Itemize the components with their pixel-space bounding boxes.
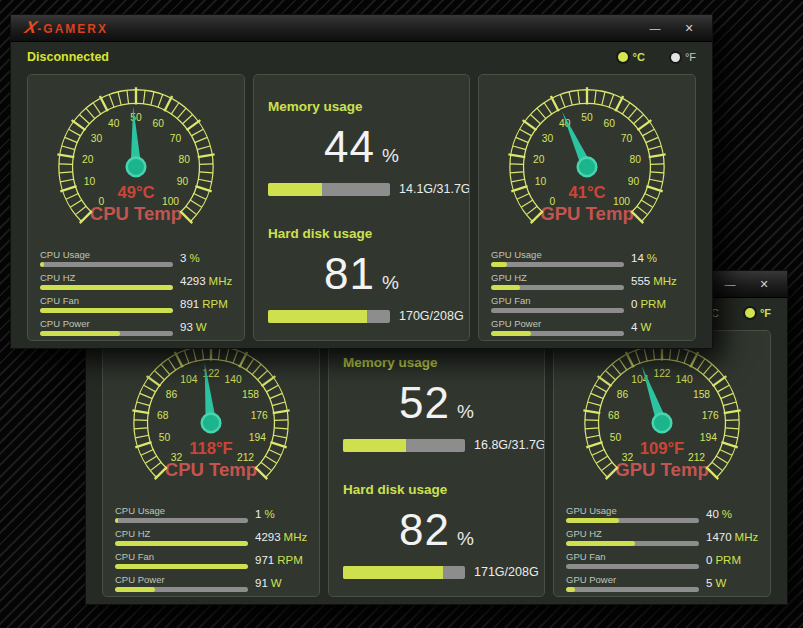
stat-value: 5	[706, 577, 712, 589]
gpu-stats: GPU Usage 40% GPU HZ 1470MHz GPU Fan 0PR…	[554, 501, 770, 595]
minimize-button[interactable]: —	[642, 16, 668, 40]
memory-bar-fill	[343, 439, 406, 452]
stat-value: 1470	[706, 531, 732, 543]
stat-unit: %	[189, 252, 199, 264]
stat-row: GPU Usage 40%	[566, 505, 758, 526]
svg-text:86: 86	[617, 389, 629, 400]
disk-heading: Hard disk usage	[268, 226, 455, 241]
svg-text:100: 100	[613, 196, 630, 207]
svg-text:50: 50	[159, 432, 171, 443]
fahrenheit-radio[interactable]: °F	[745, 307, 771, 319]
stat-bar-track	[40, 331, 173, 336]
disk-percent-value: 82	[399, 505, 450, 554]
stat-bar-fill	[491, 285, 520, 290]
disk-bar-track	[343, 566, 465, 579]
percent-sign: %	[382, 272, 399, 293]
stat-bar-fill	[491, 331, 531, 336]
radio-dot-icon	[745, 308, 755, 318]
stat-bar-fill	[115, 564, 248, 569]
stat-unit: MHz	[653, 275, 677, 287]
memory-heading: Memory usage	[268, 99, 455, 114]
stat-value: 0	[706, 554, 712, 566]
stat-bar-track	[566, 564, 699, 569]
svg-text:140: 140	[225, 374, 242, 385]
svg-text:80: 80	[630, 154, 642, 165]
stat-unit: PRM	[640, 298, 666, 310]
stat-bar-fill	[566, 587, 575, 592]
memory-percent: 44%	[268, 122, 455, 172]
radio-dot-icon	[671, 53, 680, 62]
stat-bar-fill	[115, 518, 118, 523]
svg-text:194: 194	[700, 432, 717, 443]
disk-percent: 81%	[268, 249, 455, 299]
close-icon: ✕	[684, 22, 693, 34]
stat-label: CPU Usage	[40, 249, 232, 260]
stat-row: CPU Fan 971RPM	[115, 551, 307, 572]
disk-block: Hard disk usage 82% 171G/208G	[343, 482, 530, 579]
svg-text:70: 70	[621, 133, 633, 144]
close-button[interactable]: ✕	[676, 16, 702, 40]
cpu-temp-gauge: 118°F CPU Temp 3250688610412214015817619…	[113, 335, 309, 501]
gauge-value: 118°F	[189, 439, 233, 458]
stat-row: GPU HZ 555MHz	[491, 272, 683, 293]
stat-row: GPU HZ 1470MHz	[566, 528, 758, 549]
cpu-stats: CPU Usage 3% CPU HZ 4293MHz CPU Fan 891R…	[28, 245, 244, 339]
svg-text:50: 50	[610, 432, 622, 443]
disk-bar-fill	[343, 566, 443, 579]
celsius-radio[interactable]: °C	[618, 51, 645, 63]
stat-bar-fill	[40, 308, 173, 313]
stat-value: 40	[706, 508, 719, 520]
stat-unit: W	[715, 577, 726, 589]
stat-unit: %	[647, 252, 657, 264]
gpu-panel: 109°F GPU Temp 3250688610412214015817619…	[553, 330, 771, 597]
stat-value: 4293	[180, 275, 206, 287]
svg-text:30: 30	[91, 133, 103, 144]
percent-sign: %	[382, 145, 399, 166]
svg-text:60: 60	[603, 118, 615, 129]
svg-text:20: 20	[533, 154, 545, 165]
svg-text:104: 104	[180, 374, 197, 385]
disk-bar-fill	[268, 310, 367, 323]
minimize-button[interactable]: —	[717, 272, 743, 296]
svg-text:70: 70	[170, 133, 182, 144]
gpu-panel: 41°C GPU Temp 0102030405060708090100 GPU…	[478, 74, 696, 341]
minimize-icon: —	[650, 22, 661, 34]
stat-row: CPU Fan 891RPM	[40, 295, 232, 316]
stat-bar-fill	[566, 518, 619, 523]
gauge-value: 109°F	[640, 439, 684, 458]
memory-block: Memory usage 44% 14.1G/31.7G	[268, 99, 455, 196]
fahrenheit-radio[interactable]: °F	[671, 51, 696, 63]
titlebar[interactable]: X -GAMERX — ✕	[11, 15, 712, 42]
disk-bar-track	[268, 310, 390, 323]
stat-bar-track	[566, 587, 699, 592]
svg-text:158: 158	[693, 389, 710, 400]
close-button[interactable]: ✕	[751, 272, 777, 296]
stat-row: GPU Usage 14%	[491, 249, 683, 270]
cpu-panel: 49°C CPU Temp 0102030405060708090100 CPU…	[27, 74, 245, 341]
svg-text:212: 212	[237, 452, 254, 463]
radio-dot-icon	[618, 52, 628, 62]
disk-detail: 170G/208G	[399, 309, 464, 323]
svg-text:176: 176	[702, 410, 719, 421]
memory-block: Memory usage 52% 16.8G/31.7G	[343, 355, 530, 452]
stat-row: CPU Power 91W	[115, 574, 307, 595]
stat-value: 14	[631, 252, 644, 264]
stat-bar-track	[40, 262, 173, 267]
fahrenheit-label: °F	[685, 51, 696, 63]
memory-percent-value: 52	[399, 378, 450, 427]
svg-text:122: 122	[653, 368, 670, 379]
svg-text:0: 0	[550, 196, 556, 207]
svg-text:60: 60	[152, 118, 164, 129]
stat-unit: MHz	[735, 531, 759, 543]
memory-percent-value: 44	[324, 122, 375, 171]
stat-bar-track	[115, 564, 248, 569]
stat-value: 3	[180, 252, 186, 264]
disk-heading: Hard disk usage	[343, 482, 530, 497]
disk-percent: 82%	[343, 505, 530, 555]
cpu-temp-gauge: 49°C CPU Temp 0102030405060708090100	[38, 79, 234, 245]
window-controls: — ✕	[717, 272, 777, 296]
stat-bar-fill	[40, 262, 44, 267]
stat-bar-track	[491, 308, 624, 313]
status-row: Disconnected °C °F	[11, 42, 712, 70]
logo-x-icon: X	[23, 18, 39, 38]
